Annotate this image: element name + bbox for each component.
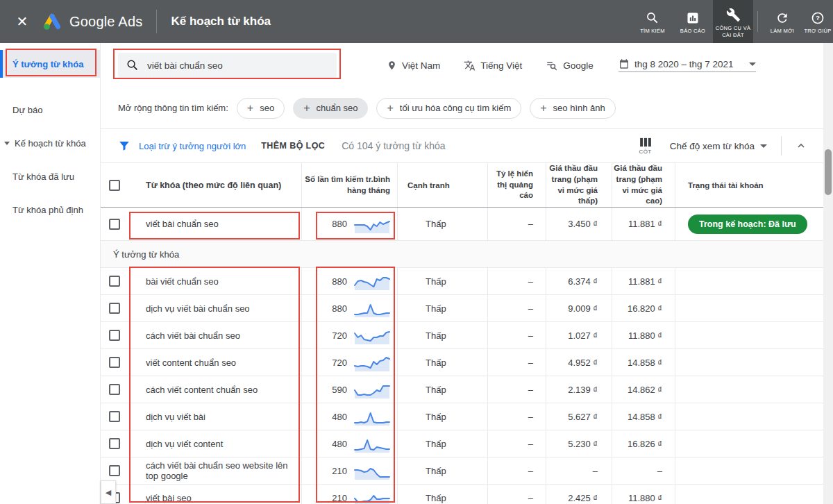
reports-action-button[interactable]: Báo cáo <box>673 0 713 43</box>
plus-icon: + <box>387 102 393 115</box>
row-checkbox[interactable] <box>109 357 120 368</box>
table-row[interactable]: dịch vụ viết bài 480 Thấp – 5.627 ₫ 14.8… <box>101 403 823 430</box>
table-row[interactable]: dịch vụ viết bài chuẩn seo 880 Thấp – 9.… <box>101 295 823 322</box>
sidebar-item-keyword-ideas[interactable]: Ý tưởng từ khóa <box>0 50 100 78</box>
horizontal-scroll-left-button[interactable]: ◀ <box>101 480 116 504</box>
chip-chuan-seo[interactable]: +chuẩn seo <box>293 98 368 119</box>
location-selector[interactable]: Việt Nam <box>387 60 440 71</box>
sidebar-item-saved-keywords[interactable]: Từ khóa đã lưu <box>0 162 100 190</box>
close-icon[interactable]: ✕ <box>12 13 32 30</box>
competition-cell: Thấp <box>398 322 488 348</box>
row-checkbox[interactable] <box>109 330 120 341</box>
trend-sparkline <box>354 299 390 318</box>
header-ad-share[interactable]: Tỷ lệ hiển thị quảng cáo <box>488 163 546 207</box>
row-checkbox[interactable] <box>109 384 120 395</box>
table-row[interactable]: viết bài chuẩn seo 880 Thấp – 3.450 ₫ 11… <box>101 208 823 241</box>
account-status-cell <box>675 349 823 376</box>
language-selector[interactable]: Tiếng Việt <box>464 60 522 72</box>
table-row[interactable]: cách viết bài chuẩn seo website lên top … <box>101 457 823 485</box>
low-bid-cell: 5.230 ₫ <box>546 430 612 457</box>
sidebar-item-label: Từ khóa đã lưu <box>12 171 74 182</box>
section-row: Ý tưởng từ khóa <box>101 241 823 268</box>
low-bid-value: 1.027 ₫ <box>568 330 598 341</box>
account-status-cell: Trong kế hoạch: Đã lưu <box>675 208 823 240</box>
translate-icon <box>464 60 476 72</box>
exclude-adult-ideas-link[interactable]: Loại trừ ý tưởng người lớn <box>139 141 246 151</box>
low-bid-cell: 3.450 ₫ <box>546 208 612 240</box>
search-action-button[interactable]: Tìm kiếm <box>632 0 673 43</box>
chevron-down-icon <box>749 62 756 66</box>
network-selector[interactable]: Google <box>546 59 594 72</box>
table-row[interactable]: viết content chuẩn seo 720 Thấp – 4.952 … <box>101 349 823 376</box>
header-volume[interactable]: Số lần tìm kiếm tr.bình hàng tháng <box>302 163 398 207</box>
header-account-status[interactable]: Trạng thái tài khoản <box>675 163 823 207</box>
competition-cell: Thấp <box>398 430 488 457</box>
chip-toi-uu-hoa[interactable]: +tối ưu hóa công cụ tìm kiếm <box>376 98 521 119</box>
volume-value: 480 <box>332 439 347 449</box>
calendar-icon <box>619 58 630 69</box>
table-row[interactable]: cách viết content chuẩn seo 590 Thấp – 2… <box>101 376 823 403</box>
keyword-cell: cách viết bài chuẩn seo <box>128 322 302 348</box>
help-action-button[interactable]: ? Trợ giúp <box>802 0 833 43</box>
keyword-view-dropdown[interactable]: Chế độ xem từ khóa <box>670 141 767 151</box>
row-checkbox[interactable] <box>109 276 120 287</box>
row-checkbox[interactable] <box>109 303 120 314</box>
competition-value: Thấp <box>426 385 446 395</box>
left-arrow-icon: ◀ <box>106 488 111 497</box>
competition-cell: Thấp <box>398 403 488 430</box>
header-low-bid[interactable]: Giá thầu đầu trang (phạm vi mức giá thấp… <box>546 163 612 207</box>
sidebar-item-negative-keywords[interactable]: Từ khóa phủ định <box>0 196 100 224</box>
topbar-actions: Tìm kiếm Báo cáo Công cụ và cài đặt Làm … <box>632 0 833 43</box>
refresh-action-button[interactable]: Làm mới <box>762 0 802 43</box>
chip-seo[interactable]: +seo <box>237 98 285 119</box>
action-label: Công cụ và cài đặt <box>713 25 753 38</box>
table-row[interactable]: viết bài seo 210 Thấp – 2.425 ₫ 11.880 ₫ <box>101 485 823 504</box>
header-keyword[interactable]: Từ khóa (theo mức độ liên quan) <box>128 163 302 207</box>
header-high-bid[interactable]: Giá thầu đầu trang (phạm vi mức giá cao) <box>612 163 675 207</box>
sidebar: Ý tưởng từ khóa Dự báo Kế hoạch từ khóa … <box>0 43 101 504</box>
collapse-panel-button[interactable] <box>796 140 807 151</box>
competition-cell: Thấp <box>398 457 488 484</box>
high-bid-value: 11.881 ₫ <box>628 276 662 287</box>
page-title: Kế hoạch từ khóa <box>171 15 271 28</box>
keyword-cell: cách viết content chuẩn seo <box>128 376 302 403</box>
high-bid-cell: 16.820 ₫ <box>612 295 675 321</box>
keyword-cell: dịch vụ viết bài chuẩn seo <box>128 295 302 321</box>
select-all-checkbox[interactable] <box>109 180 120 191</box>
vertical-scrollbar[interactable] <box>823 43 833 504</box>
keyword-text: viết bài seo <box>146 493 192 503</box>
columns-label: CỘT <box>639 149 652 155</box>
table-row[interactable]: cách viết bài chuẩn seo 720 Thấp – 1.027… <box>101 322 823 349</box>
ad-share-value: – <box>528 276 533 287</box>
vertical-scrollbar-thumb[interactable] <box>825 149 832 195</box>
ad-share-value: – <box>528 303 533 314</box>
chip-seo-hinh-anh[interactable]: +seo hình ảnh <box>530 98 616 119</box>
volume-cell: 210 <box>302 485 398 504</box>
account-status-cell <box>675 403 823 430</box>
row-checkbox[interactable] <box>109 219 120 230</box>
low-bid-cell: 2.139 ₫ <box>546 376 612 403</box>
date-range-selector[interactable]: thg 8 2020 – thg 7 2021 <box>619 58 756 72</box>
low-bid-value: 6.374 ₫ <box>568 276 598 287</box>
table-row[interactable]: bài viết chuẩn seo 880 Thấp – 6.374 ₫ 11… <box>101 268 823 295</box>
sidebar-item-keyword-plan[interactable]: Kế hoạch từ khóa <box>0 129 100 157</box>
competition-value: Thấp <box>426 219 446 229</box>
row-checkbox[interactable] <box>109 438 120 449</box>
trend-sparkline <box>354 434 390 453</box>
keyword-text: cách viết bài chuẩn seo <box>146 330 240 341</box>
tools-settings-action-button[interactable]: Công cụ và cài đặt <box>713 0 753 43</box>
ad-share-cell: – <box>488 457 546 484</box>
keyword-search-box[interactable] <box>118 53 337 78</box>
sidebar-item-forecasts[interactable]: Dự báo <box>0 96 100 124</box>
add-filter-button[interactable]: THÊM BỘ LỌC <box>261 141 325 151</box>
table-row[interactable]: dịch vụ viết content 480 Thấp – 5.230 ₫ … <box>101 430 823 457</box>
keyword-text: dịch vụ viết bài <box>146 412 205 422</box>
row-checkbox[interactable] <box>109 465 120 476</box>
high-bid-cell: 16.826 ₫ <box>612 430 675 457</box>
ad-share-value: – <box>528 439 533 449</box>
row-checkbox[interactable] <box>109 411 120 422</box>
columns-button[interactable]: CỘT <box>639 137 652 155</box>
keyword-search-input[interactable] <box>147 60 321 71</box>
ad-share-value: – <box>528 412 533 422</box>
header-competition[interactable]: Cạnh tranh <box>398 163 488 207</box>
